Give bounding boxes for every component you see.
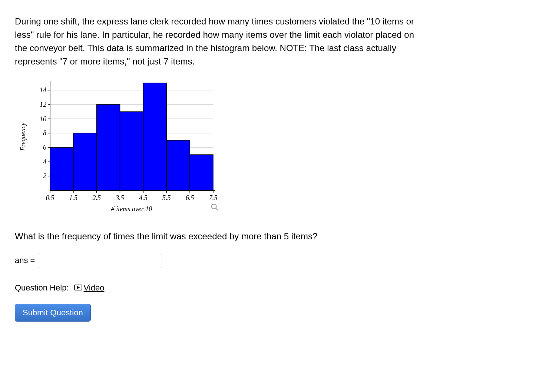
svg-marker-42	[77, 286, 79, 289]
bar	[50, 147, 73, 190]
answer-row: ans =	[15, 253, 423, 268]
svg-text:1.5: 1.5	[69, 194, 78, 202]
x-axis-label: # items over 10	[111, 205, 152, 213]
svg-text:5.5: 5.5	[162, 194, 171, 202]
bar	[97, 104, 120, 190]
bar	[190, 155, 213, 190]
svg-text:8: 8	[43, 129, 46, 137]
help-label: Question Help:	[15, 283, 69, 293]
chart-svg: 24681012140.51.52.53.54.55.56.57.5# item…	[15, 79, 222, 216]
svg-text:4: 4	[43, 158, 46, 166]
video-link-text: Video	[84, 283, 105, 293]
magnify-icon[interactable]	[211, 203, 219, 213]
svg-text:6: 6	[43, 144, 46, 151]
svg-text:2: 2	[43, 172, 46, 180]
video-icon	[74, 283, 82, 293]
bar	[166, 140, 190, 190]
answer-label: ans =	[15, 256, 35, 265]
bar	[73, 133, 97, 190]
svg-line-40	[216, 208, 218, 210]
svg-text:3.5: 3.5	[115, 194, 124, 202]
y-axis-label: Frequency	[19, 123, 27, 151]
svg-text:7.5: 7.5	[209, 194, 218, 202]
bar	[143, 83, 166, 190]
video-link[interactable]: Video	[74, 283, 105, 293]
svg-text:4.5: 4.5	[139, 194, 148, 202]
problem-text: During one shift, the express lane clerk…	[15, 15, 423, 68]
svg-text:6.5: 6.5	[186, 194, 194, 202]
histogram-chart: 24681012140.51.52.53.54.55.56.57.5# item…	[15, 79, 222, 216]
svg-text:14: 14	[40, 86, 46, 94]
answer-input[interactable]	[38, 253, 162, 268]
question-text: What is the frequency of times the limit…	[15, 231, 423, 242]
svg-text:0.5: 0.5	[46, 194, 54, 202]
submit-button[interactable]: Submit Question	[15, 304, 91, 322]
svg-point-39	[212, 204, 216, 209]
svg-text:12: 12	[40, 101, 46, 108]
svg-text:2.5: 2.5	[92, 194, 101, 202]
svg-text:10: 10	[40, 115, 46, 123]
bar	[120, 112, 143, 190]
question-help-row: Question Help: Video	[15, 283, 423, 293]
